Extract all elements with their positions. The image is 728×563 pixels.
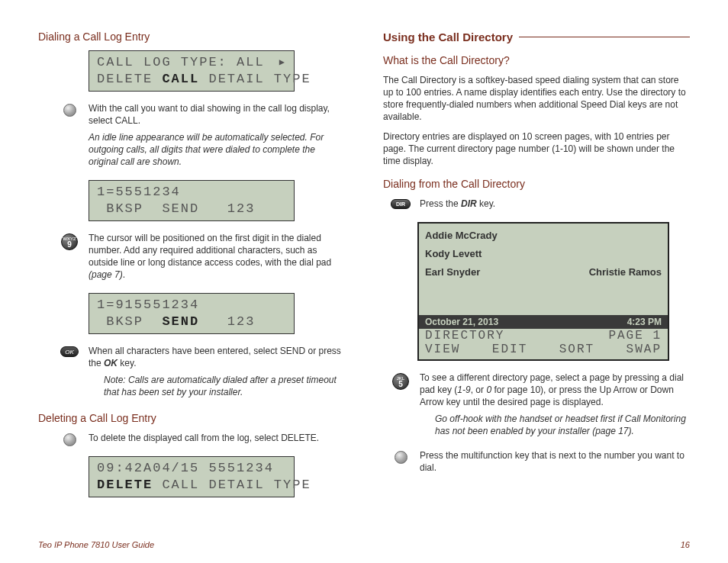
directory-entry: Kody Levett [425,245,482,263]
heading-using-call-directory: Using the Call Directory [383,31,690,43]
keypad-5-icon: JKL5 [392,373,409,390]
step-note-idle-line: An idle line appearance will be automati… [89,131,345,168]
softkey-view: VIEW [425,343,460,356]
footer-title: Teo IP Phone 7810 User Guide [38,540,154,549]
softkey-swap: SWAP [627,343,662,356]
page-footer: Teo IP Phone 7810 User Guide 16 [38,540,690,549]
softkey-button-icon [63,433,76,446]
step-press-multifunction: Press the multifunction key that is next… [420,449,690,474]
step-select-send: When all characters have been entered, s… [89,345,345,369]
arrow-right-icon: ▶ [279,54,286,71]
softkey-sort: SORT [559,343,594,356]
directory-entry: Addie McCrady [425,227,498,245]
lcd-page-indicator: PAGE 1 [608,329,662,343]
heading-dialing-from-directory: Dialing from the Call Directory [383,178,690,190]
heading-deleting-call-log: Deleting a Call Log Entry [38,412,345,424]
right-column: Using the Call Directory What is the Cal… [383,31,690,519]
footer-page-number: 16 [681,540,690,549]
heading-what-is-directory: What is the Call Directory? [383,54,690,66]
lcd-dialed-number-2: 1=915551234 BKSP SEND 123 [89,293,295,334]
paragraph-directory-desc: The Call Directory is a softkey-based sp… [383,74,690,123]
left-column: Dialing a Call Log Entry CALL LOG TYPE: … [38,31,345,519]
heading-rule-icon [519,37,690,37]
lcd-dialed-number-1: 1=5551234 BKSP SEND 123 [89,180,295,221]
directory-entry: Christie Ramos [589,263,662,282]
step-select-page: To see a different directory page, selec… [420,372,690,408]
lcd-text: CALL LOG TYPE: ALL [97,55,265,69]
softkey-edit: EDIT [492,343,527,356]
step-cursor-position: The cursor will be positioned on the fir… [89,232,345,281]
step-note-auto-dial: Note: Calls are automatically dialed aft… [89,374,345,398]
ok-button-icon: OK [60,346,79,357]
step-delete-call: To delete the displayed call from the lo… [89,432,345,444]
step-select-call: With the call you want to dial showing i… [89,102,345,127]
lcd-status-label: DIRECTORY [425,329,504,343]
heading-dialing-call-log: Dialing a Call Log Entry [38,31,345,43]
keypad-9-icon: WXYZ9 [61,233,78,250]
step-note-off-hook: Go off-hook with the handset or headset … [420,413,690,437]
lcd-delete-entry: 09:42A04/15 5551234 DELETE CALL DETAIL T… [89,456,295,497]
lcd-time: 4:23 PM [627,317,662,327]
step-press-dir: Press the DIR key. [420,198,690,210]
lcd-call-log-type: CALL LOG TYPE: ALL▶ DELETE CALL DETAIL T… [89,50,295,92]
lcd-directory-screen: Addie McCrady Kody Levett Earl SnyderChr… [417,222,669,361]
softkey-button-icon [63,104,76,117]
softkey-button-icon [395,451,407,464]
directory-entry: Earl Snyder [425,263,480,282]
lcd-date: October 21, 2013 [425,317,498,327]
dir-button-icon: DIR [391,199,411,209]
paragraph-directory-pages: Directory entries are displayed on 10 sc… [383,130,690,167]
